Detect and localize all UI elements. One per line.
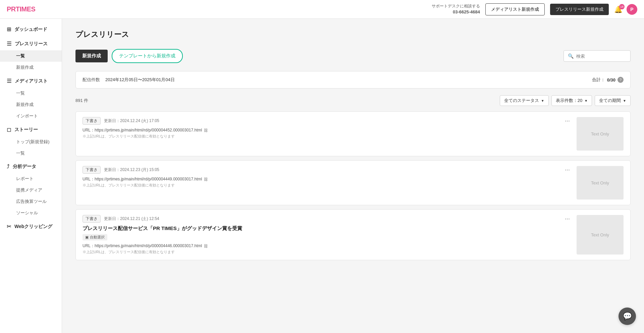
update-date: 更新日：2024.12.24 (火) 17:05 [104, 118, 159, 124]
period-filter[interactable]: 全ての期間 ▼ [595, 95, 631, 106]
sidebar-section-press: ☰ プレスリリース 一覧 新規作成 [0, 37, 62, 73]
update-date: 更新日：2024.12.23 (月) 15:05 [104, 167, 159, 173]
link-icon[interactable]: ⛓ [204, 177, 208, 182]
press-item-content: 下書き 更新日：2024.12.21 (土) 12:54 ··· プレスリリース… [83, 215, 571, 255]
header-right: サポートデスクに相談する 03-6625-4684 メディアリスト新規作成 プレ… [432, 3, 637, 15]
press-thumbnail: Text Only [577, 166, 624, 200]
search-box: 🔍 [564, 50, 631, 62]
layout: ⊞ ダッシュボード ☰ プレスリリース 一覧 新規作成 ☰ メディアリスト 一覧… [0, 19, 644, 333]
sidebar-child-import[interactable]: インポート [0, 110, 62, 122]
new-button[interactable]: 新規作成 [75, 50, 108, 62]
status-badge: 下書き [83, 117, 101, 125]
status-badge: 下書き [83, 215, 101, 223]
media-list-new-button[interactable]: メディアリスト新規作成 [485, 3, 545, 15]
sidebar-child-media-new[interactable]: 新規作成 [0, 99, 62, 110]
support-label: サポートデスクに相談する [432, 3, 480, 9]
press-item-url: URL：https://prtimes.jp/main/html/rd/p/00… [83, 243, 571, 249]
sidebar-child-partner-media[interactable]: 提携メディア [0, 184, 62, 196]
press-thumbnail: Text Only [577, 215, 624, 255]
update-date: 更新日：2024.12.21 (土) 12:54 [104, 216, 159, 222]
press-item-header: 下書き 更新日：2024.12.24 (火) 17:05 ··· [83, 117, 571, 125]
distribution-total: 合計： 0/30 ? [592, 77, 624, 83]
header: PRTIMES サポートデスクに相談する 03-6625-4684 メディアリス… [0, 0, 644, 19]
display-count-label: 表示件数：20 [556, 98, 582, 104]
help-icon[interactable]: ? [618, 77, 624, 83]
filter-dropdowns: 全てのステータス ▼ 表示件数：20 ▼ 全ての期間 ▼ [500, 95, 631, 106]
period-arrow: ▼ [623, 99, 626, 103]
press-item-note: ※上記URLは、プレスリリース配信後に有効となります [83, 249, 571, 255]
press-item-header: 下書き 更新日：2024.12.23 (月) 15:05 ··· [83, 166, 571, 174]
more-button[interactable]: ··· [564, 215, 571, 222]
sidebar-child-ad-calc[interactable]: 広告換算ツール [0, 196, 62, 207]
support-phone: 03-6625-4684 [432, 9, 480, 15]
template-button[interactable]: テンプレートから新規作成 [112, 49, 183, 63]
filter-bar: 891 件 全てのステータス ▼ 表示件数：20 ▼ 全ての期間 ▼ [75, 95, 631, 106]
press-item: 下書き 更新日：2024.12.24 (火) 17:05 ··· URL：htt… [75, 111, 631, 156]
status-badge: 下書き [83, 166, 101, 174]
search-input[interactable] [576, 54, 626, 59]
press-item: 下書き 更新日：2024.12.23 (月) 15:05 ··· URL：htt… [75, 160, 631, 205]
filter-count: 891 件 [75, 98, 88, 104]
press-release-new-button[interactable]: プレスリリース新規作成 [550, 4, 609, 15]
period-label: 全ての期間 [599, 98, 621, 104]
notification-badge: 18 [619, 4, 625, 9]
clipping-icon: ✂ [7, 223, 11, 230]
link-icon[interactable]: ⛓ [204, 244, 208, 248]
search-icon: 🔍 [568, 53, 574, 59]
sidebar-item-web-clipping[interactable]: ✂ Webクリッピング [0, 220, 62, 233]
tag-label: 自動選択 [90, 235, 105, 240]
distribution-info: 配信件数 2024年12月05日〜2025年01月04日 合計： 0/30 ? [75, 71, 631, 89]
user-avatar[interactable]: P [627, 4, 637, 15]
press-item-content: 下書き 更新日：2024.12.23 (月) 15:05 ··· URL：htt… [83, 166, 571, 200]
sidebar-item-media-list[interactable]: ☰ メディアリスト [0, 74, 62, 88]
link-icon[interactable]: ⛓ [204, 128, 208, 133]
action-bar: 新規作成 テンプレートから新規作成 🔍 [75, 49, 631, 63]
chat-icon: 💬 [623, 312, 632, 321]
press-item-url: URL：https://prtimes.jp/main/html/rd/p/00… [83, 127, 571, 133]
press-item-tag[interactable]: ▣ 自動選択 [83, 234, 107, 240]
sidebar-item-story[interactable]: ◻ ストーリー [0, 123, 62, 136]
status-dropdown-arrow: ▼ [541, 99, 544, 103]
sidebar-child-press-list[interactable]: 一覧 [0, 50, 62, 62]
logo[interactable]: PRTIMES [7, 5, 35, 13]
sidebar-item-analytics[interactable]: ⤴ 分析データ [0, 160, 62, 173]
status-filter-label: 全てのステータス [504, 98, 539, 104]
url-text: URL：https://prtimes.jp/main/html/rd/p/00… [83, 176, 202, 182]
display-count-filter[interactable]: 表示件数：20 ▼ [551, 95, 592, 106]
story-icon: ◻ [7, 126, 11, 133]
more-button[interactable]: ··· [564, 166, 571, 173]
sidebar-child-media-list[interactable]: 一覧 [0, 88, 62, 99]
logo-times: TIMES [16, 5, 36, 13]
sidebar-item-dashboard[interactable]: ⊞ ダッシュボード [0, 23, 62, 36]
sidebar-label-clipping: Webクリッピング [14, 224, 52, 230]
press-item-note: ※上記URLは、プレスリリース配信後に有効となります [83, 134, 571, 139]
sidebar-child-report[interactable]: レポート [0, 173, 62, 184]
chat-button[interactable]: 💬 [619, 308, 636, 325]
sidebar-item-press-release[interactable]: ☰ プレスリリース [0, 37, 62, 50]
sidebar-child-story-top[interactable]: トップ(新規登録) [0, 136, 62, 148]
press-item-url: URL：https://prtimes.jp/main/html/rd/p/00… [83, 176, 571, 182]
sidebar-section-analytics: ⤴ 分析データ レポート 提携メディア 広告換算ツール ソーシャル [0, 160, 62, 219]
press-item-title: プレスリリース配信サービス「PR TIMES」がグッドデザイン賞を受賞 [83, 225, 571, 232]
logo-pr: PR [7, 5, 16, 13]
sidebar-section-story: ◻ ストーリー トップ(新規登録) 一覧 [0, 123, 62, 159]
sidebar-label-media: メディアリスト [15, 78, 48, 84]
press-thumbnail: Text Only [577, 117, 624, 151]
sidebar-child-social[interactable]: ソーシャル [0, 207, 62, 219]
press-item-content: 下書き 更新日：2024.12.24 (火) 17:05 ··· URL：htt… [83, 117, 571, 151]
press-item: 下書き 更新日：2024.12.21 (土) 12:54 ··· プレスリリース… [75, 209, 631, 260]
support-info: サポートデスクに相談する 03-6625-4684 [432, 3, 480, 15]
total-count: 0/30 [607, 77, 615, 82]
status-filter[interactable]: 全てのステータス ▼ [500, 95, 549, 106]
sidebar-section-media: ☰ メディアリスト 一覧 新規作成 インポート [0, 74, 62, 122]
press-icon: ☰ [7, 41, 11, 47]
tag-icon: ▣ [85, 235, 89, 239]
sidebar-child-story-list[interactable]: 一覧 [0, 148, 62, 159]
notification-bell[interactable]: 🔔 18 [614, 5, 623, 13]
sidebar-section-clipping: ✂ Webクリッピング [0, 220, 62, 233]
total-label: 合計： [592, 77, 605, 83]
press-item-note: ※上記URLは、プレスリリース配信後に有効となります [83, 183, 571, 188]
sidebar-child-press-new[interactable]: 新規作成 [0, 62, 62, 73]
page-title: プレスリリース [75, 30, 631, 40]
more-button[interactable]: ··· [564, 117, 571, 124]
